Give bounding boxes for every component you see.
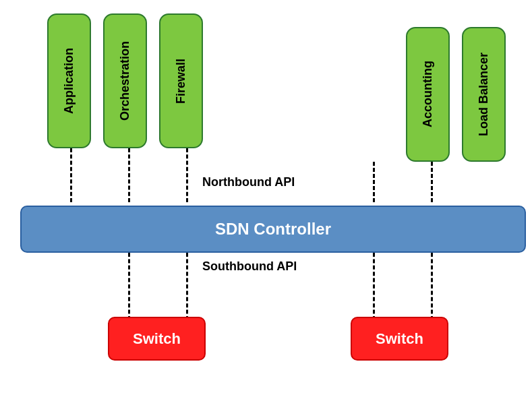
- app-box-firewall: Firewall: [159, 13, 203, 148]
- left-apps: Application Orchestration Firewall: [47, 13, 203, 148]
- app-box-application: Application: [47, 13, 91, 148]
- app-box-accounting: Accounting: [406, 27, 450, 162]
- dashed-line-sw2b: [431, 253, 433, 320]
- dashed-line-app5: [431, 162, 433, 202]
- app-box-load-balancer: Load Balancer: [462, 27, 506, 162]
- sdn-controller-bar: SDN Controller: [20, 206, 526, 253]
- dashed-line-app3: [186, 148, 188, 202]
- dashed-line-app1: [70, 148, 72, 202]
- switch-box-2: Switch: [351, 317, 448, 361]
- dashed-line-sw2: [373, 253, 375, 320]
- northbound-api-label: Northbound API: [202, 175, 295, 189]
- switch-label-1: Switch: [133, 330, 181, 348]
- right-apps: Accounting Load Balancer: [406, 27, 506, 162]
- controller-label: SDN Controller: [215, 220, 331, 239]
- switch-box-1: Switch: [108, 317, 206, 361]
- dashed-line-sw1b: [186, 253, 188, 320]
- dashed-line-app4: [373, 162, 375, 202]
- app-box-orchestration: Orchestration: [103, 13, 147, 148]
- switch-label-2: Switch: [376, 330, 423, 348]
- dashed-line-app2: [128, 148, 130, 202]
- diagram-container: Application Orchestration Firewall Accou…: [20, 7, 526, 391]
- dashed-line-sw1: [128, 253, 130, 320]
- southbound-api-label: Southbound API: [202, 259, 297, 274]
